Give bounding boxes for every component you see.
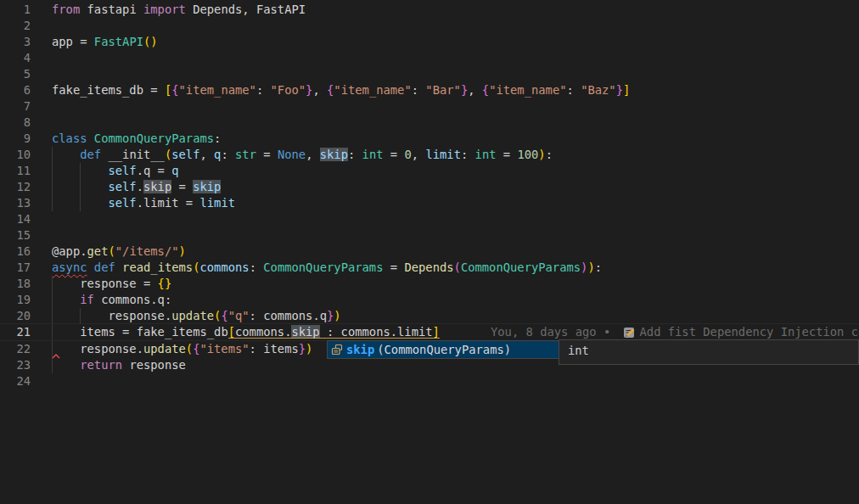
code-segment: commons.q:: [94, 293, 171, 306]
code-line[interactable]: 9class CommonQueryParams:: [0, 131, 859, 147]
line-number[interactable]: 19: [0, 292, 31, 308]
suggestion-item-skip[interactable]: skip (CommonQueryParams): [328, 341, 559, 358]
line-number[interactable]: 22: [0, 341, 31, 357]
git-blame-annotation[interactable]: You, 8 days ago • Add fist Dependency In…: [491, 324, 859, 340]
code-line[interactable]: 17async def read_items(commons: CommonQu…: [0, 260, 859, 276]
line-number[interactable]: 8: [0, 115, 31, 131]
code-line[interactable]: 18 response = {}: [0, 276, 859, 292]
code-line[interactable]: 8: [0, 115, 859, 131]
code-segment: response.: [52, 309, 171, 322]
code-line[interactable]: 13 self.limit = limit: [0, 195, 859, 211]
code-segment: async: [52, 260, 87, 274]
code-line[interactable]: 11 self.q = q: [0, 163, 859, 179]
line-number[interactable]: 15: [0, 227, 31, 244]
code-segment: self: [108, 196, 136, 210]
code-line[interactable]: 15: [0, 227, 859, 244]
code-line[interactable]: 2: [0, 18, 859, 34]
code-segment: (: [108, 244, 115, 258]
code-segment: ): [587, 260, 594, 274]
line-number[interactable]: 4: [0, 50, 31, 66]
line-number[interactable]: 12: [0, 179, 31, 195]
code-segment: [: [228, 325, 235, 339]
code-line[interactable]: 10 def __init__(self, q: str = None, ski…: [0, 147, 859, 163]
line-number[interactable]: 21: [0, 324, 31, 340]
indent-guide: [52, 163, 53, 179]
code-segment: }: [165, 277, 171, 290]
line-number[interactable]: 10: [0, 147, 31, 163]
code-segment: from: [52, 3, 80, 16]
code-line[interactable]: 16@app.get("/items/"): [0, 244, 859, 260]
line-number[interactable]: 2: [0, 18, 31, 34]
line-number[interactable]: 18: [0, 276, 31, 292]
code-segment: "Baz": [581, 83, 616, 97]
suggestion-doc-text: int: [568, 344, 589, 357]
indent-guide: [52, 276, 53, 292]
line-number[interactable]: 3: [0, 34, 31, 50]
code-segment: q: [171, 164, 178, 177]
code-line-content: [31, 18, 859, 34]
code-line[interactable]: 20 response.update({"q": commons.q}): [0, 308, 859, 324]
code-line-content: self.q = q: [31, 163, 859, 179]
code-segment: CommonQueryParams: [263, 260, 390, 274]
line-number[interactable]: 24: [0, 373, 31, 389]
code-line-content: [31, 227, 859, 244]
line-number[interactable]: 13: [0, 195, 31, 211]
code-line-content: [31, 373, 859, 389]
line-number[interactable]: 6: [0, 82, 31, 98]
code-segment: items: [263, 342, 299, 356]
indent-guide: [80, 179, 81, 195]
suggestion-docs-panel: int: [559, 339, 859, 365]
code-line-content: async def read_items(commons: CommonQuer…: [31, 260, 859, 276]
line-number[interactable]: 7: [0, 98, 31, 115]
code-segment: ,: [199, 148, 214, 161]
line-number[interactable]: 20: [0, 308, 31, 324]
code-line[interactable]: 3app = FastAPI(): [0, 34, 859, 50]
code-segment: :: [461, 148, 475, 161]
code-segment: update: [171, 309, 214, 322]
code-segment: "item_name": [334, 83, 411, 97]
code-segment: :: [214, 132, 221, 145]
code-segment: if: [80, 293, 94, 306]
code-segment: update: [143, 342, 186, 356]
code-line-content: class CommonQueryParams:: [31, 131, 859, 147]
code-line[interactable]: 12 self.skip = skip: [0, 179, 859, 195]
code-line[interactable]: 4: [0, 50, 859, 66]
code-segment: :: [250, 260, 264, 274]
code-segment: self: [108, 180, 136, 193]
code-segment: commons: [199, 260, 249, 274]
line-number[interactable]: 5: [0, 66, 31, 82]
suggestion-detail: (CommonQueryParams): [377, 342, 511, 358]
code-line[interactable]: 24: [0, 373, 859, 389]
code-segment: CommonQueryParams: [461, 260, 581, 274]
code-segment: 100: [517, 148, 538, 161]
code-segment: def: [94, 260, 122, 274]
code-segment: int: [362, 148, 390, 161]
line-number[interactable]: 11: [0, 163, 31, 179]
line-number[interactable]: 23: [0, 357, 31, 373]
line-number[interactable]: 9: [0, 131, 31, 147]
code-segment: ,: [312, 83, 327, 97]
code-segment: skip: [320, 148, 348, 161]
indent-guide: [80, 195, 81, 211]
line-number[interactable]: 14: [0, 211, 31, 227]
line-number[interactable]: 16: [0, 244, 31, 260]
code-segment: skip: [193, 180, 221, 193]
code-line[interactable]: 7: [0, 98, 859, 115]
code-segment: .: [137, 180, 143, 193]
code-segment: :: [250, 342, 264, 356]
code-line[interactable]: 19 if commons.q:: [0, 292, 859, 308]
code-segment: [52, 148, 80, 161]
code-segment: skip: [291, 325, 319, 339]
code-line[interactable]: 6fake_items_db = [{"item_name": "Foo"}, …: [0, 82, 859, 98]
code-line[interactable]: 14: [0, 211, 859, 227]
code-segment: {: [221, 309, 227, 322]
code-line-content: [31, 98, 859, 115]
code-segment: "items": [199, 342, 249, 356]
line-number[interactable]: 17: [0, 260, 31, 276]
code-line[interactable]: 5: [0, 66, 859, 82]
line-number[interactable]: 1: [0, 2, 31, 18]
field-icon: [330, 343, 344, 356]
code-segment: {: [158, 277, 165, 290]
code-segment: app: [52, 35, 80, 48]
code-line[interactable]: 1from fastapi import Depends, FastAPI: [0, 2, 859, 18]
